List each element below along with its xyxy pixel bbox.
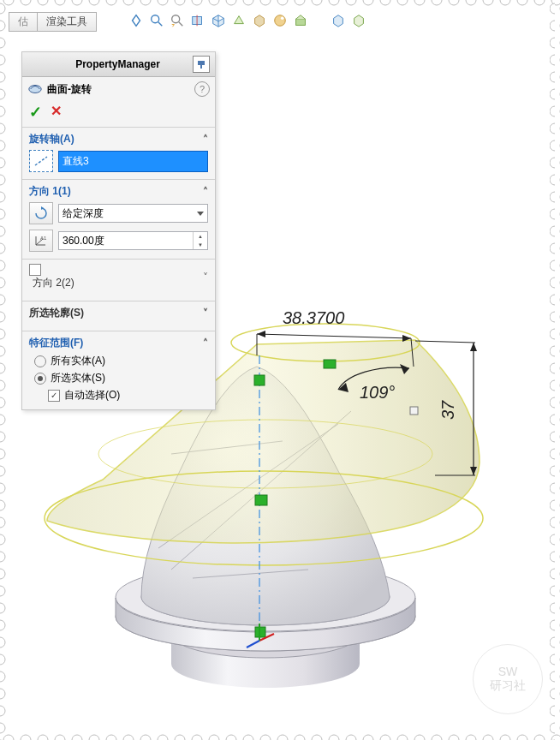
tab-render-tools[interactable]: 渲染工具: [37, 12, 97, 32]
rotate-view-icon[interactable]: [351, 13, 366, 28]
svg-rect-9: [171, 634, 360, 664]
svg-text:37: 37: [438, 400, 457, 420]
svg-point-42: [172, 15, 180, 23]
chevron-up-icon[interactable]: ˄: [203, 186, 208, 198]
zoom-fit-icon[interactable]: [128, 13, 144, 28]
svg-rect-33: [255, 495, 267, 505]
svg-point-11: [116, 582, 415, 651]
chevron-up-icon[interactable]: ˄: [203, 134, 208, 146]
svg-rect-32: [254, 375, 265, 385]
view-toolbar: [128, 13, 366, 28]
direction2-checkbox[interactable]: [29, 264, 41, 276]
svg-line-29: [415, 341, 475, 343]
reverse-direction-icon[interactable]: [29, 202, 53, 224]
apply-scene-icon[interactable]: [293, 13, 308, 28]
svg-line-50: [35, 157, 47, 165]
svg-point-16: [98, 420, 432, 488]
scope-all-radio[interactable]: [34, 355, 46, 367]
angle-input[interactable]: 360.00度 ▲▼: [58, 231, 208, 250]
surface-revolve-icon: [27, 81, 43, 97]
svg-point-12: [116, 563, 415, 631]
origin-triad: [247, 624, 274, 648]
dimension-height[interactable]: 37: [415, 341, 477, 475]
hide-show-icon[interactable]: [252, 13, 267, 28]
dimension-angle[interactable]: 109°: [338, 364, 409, 402]
chevron-down-icon[interactable]: ˅: [203, 272, 208, 283]
pin-icon[interactable]: [193, 56, 210, 73]
watermark: SW 研习社: [473, 644, 543, 714]
axis-icon[interactable]: [29, 150, 53, 172]
view-orientation-icon[interactable]: [211, 13, 226, 28]
svg-marker-23: [338, 383, 349, 392]
svg-marker-51: [41, 206, 44, 210]
scope-title: 特征范围(F): [29, 336, 83, 350]
direction1-title: 方向 1(1): [29, 184, 71, 199]
svg-point-46: [275, 15, 286, 27]
svg-line-17: [257, 334, 411, 338]
svg-rect-48: [296, 19, 306, 25]
svg-point-8: [171, 640, 360, 688]
edit-appearance-icon[interactable]: [272, 13, 288, 28]
base-flange: [116, 563, 415, 688]
help-icon[interactable]: ?: [194, 81, 210, 97]
pm-title: PropertyManager: [43, 58, 193, 70]
svg-line-41: [158, 22, 163, 27]
svg-rect-35: [324, 360, 336, 368]
scope-selected-label: 所选实体(S): [51, 371, 105, 385]
scope-selected-radio[interactable]: [34, 373, 46, 385]
svg-point-10: [171, 610, 360, 658]
svg-text:A1: A1: [40, 236, 47, 241]
view-settings-icon[interactable]: [331, 13, 346, 28]
svg-point-15: [231, 324, 420, 361]
sketch-relation-icons: [254, 360, 418, 637]
svg-rect-7: [550, 0, 560, 740]
svg-rect-4: [0, 0, 560, 10]
svg-line-21: [411, 338, 414, 367]
display-style-icon[interactable]: [231, 13, 247, 28]
svg-point-13: [141, 569, 390, 625]
contours-title: 所选轮廓(S): [29, 306, 84, 320]
svg-marker-19: [402, 335, 411, 342]
svg-line-37: [259, 634, 274, 641]
angle-icon: A1: [29, 230, 53, 252]
svg-point-14: [45, 471, 483, 565]
scope-all-label: 所有实体(A): [51, 354, 105, 368]
svg-rect-6: [0, 0, 10, 740]
feature-name: 曲面-旋转: [47, 82, 92, 97]
svg-text:38.3700: 38.3700: [283, 308, 344, 327]
chevron-up-icon[interactable]: ˄: [203, 337, 208, 349]
svg-point-40: [152, 15, 159, 23]
svg-marker-27: [470, 343, 477, 351]
svg-marker-18: [257, 331, 265, 337]
zoom-area-icon[interactable]: [149, 13, 164, 28]
auto-select-checkbox[interactable]: [48, 390, 60, 402]
svg-rect-36: [410, 407, 418, 415]
svg-rect-5: [0, 730, 560, 740]
svg-point-47: [281, 17, 284, 21]
axis-selection-input[interactable]: 直线3: [58, 151, 208, 172]
section-view-icon[interactable]: [190, 13, 206, 28]
property-manager-panel: PropertyManager 曲面-旋转 ? ✓ ✕ 旋转轴(A) ˄ 直线3: [21, 51, 216, 410]
svg-text:109°: 109°: [360, 383, 395, 402]
axis-section-title: 旋转轴(A): [29, 132, 74, 146]
prev-view-icon[interactable]: [170, 13, 185, 28]
svg-marker-24: [400, 364, 409, 374]
chevron-down-icon[interactable]: ˅: [203, 307, 208, 319]
direction2-title: 方向 2(2): [33, 277, 74, 289]
svg-marker-28: [470, 467, 477, 475]
svg-line-43: [179, 22, 183, 27]
cancel-button[interactable]: ✕: [51, 103, 62, 122]
tab-estimate[interactable]: 估: [9, 12, 38, 32]
svg-line-39: [247, 641, 259, 648]
svg-rect-34: [255, 627, 265, 637]
auto-select-label: 自动选择(O): [64, 388, 120, 403]
dimension-top-length[interactable]: 38.3700: [257, 308, 414, 367]
end-condition-dropdown[interactable]: 给定深度: [58, 204, 208, 223]
ok-button[interactable]: ✓: [29, 103, 42, 122]
